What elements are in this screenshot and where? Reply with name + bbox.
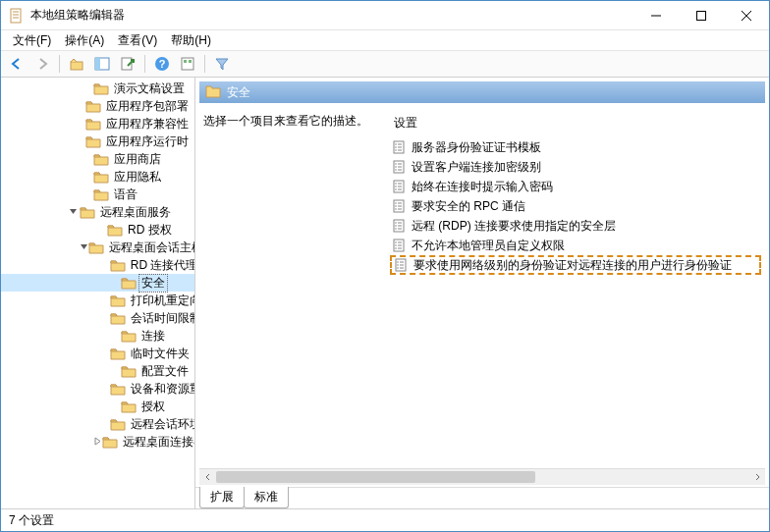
minimize-button[interactable] — [633, 1, 679, 29]
menubar: 文件(F) 操作(A) 查看(V) 帮助(H) — [1, 30, 769, 50]
tree-item-label: RD 连接代理 — [129, 257, 195, 274]
svg-rect-16 — [189, 60, 192, 63]
svg-point-36 — [395, 188, 397, 190]
policy-icon — [394, 257, 410, 273]
tree-item-label: 会话时间限制 — [129, 310, 195, 327]
svg-point-29 — [395, 169, 397, 171]
svg-rect-14 — [182, 58, 193, 70]
svg-point-27 — [395, 166, 397, 168]
tree-item-label: 应用隐私 — [112, 169, 163, 186]
policy-setting[interactable]: 始终在连接时提示输入密码 — [390, 177, 761, 196]
help-button[interactable]: ? — [150, 53, 174, 75]
scroll-track[interactable] — [216, 469, 748, 485]
tree-item[interactable]: 应用程序兼容性 — [1, 115, 194, 133]
tree-item[interactable]: 语音 — [1, 186, 194, 203]
scroll-thumb[interactable] — [216, 471, 535, 483]
horizontal-scrollbar[interactable] — [199, 468, 765, 485]
tree-item-label: 配置文件 — [139, 363, 191, 380]
menu-help[interactable]: 帮助(H) — [165, 30, 217, 51]
folder-icon — [88, 240, 104, 254]
tree-item-label: 安全 — [139, 275, 167, 292]
svg-rect-15 — [184, 60, 187, 63]
policy-setting[interactable]: 设置客户端连接加密级别 — [390, 157, 761, 177]
scroll-left-button[interactable] — [199, 469, 216, 485]
tree-item[interactable]: RD 连接代理 — [1, 256, 194, 274]
policy-setting[interactable]: 不允许本地管理员自定义权限 — [390, 236, 761, 255]
folder-icon — [93, 81, 109, 95]
policy-setting[interactable]: 要求安全的 RPC 通信 — [390, 196, 761, 216]
forward-button[interactable] — [30, 53, 54, 75]
folder-icon — [107, 223, 123, 237]
menu-view[interactable]: 查看(V) — [112, 30, 163, 51]
export-button[interactable] — [116, 53, 139, 75]
svg-point-53 — [395, 241, 397, 243]
back-button[interactable] — [5, 53, 28, 75]
tree-item[interactable]: 授权 — [1, 398, 194, 415]
folder-icon — [110, 382, 126, 396]
svg-point-25 — [395, 163, 397, 165]
chevron-right-icon[interactable] — [93, 437, 102, 448]
tree-item[interactable]: 会话时间限制 — [1, 309, 194, 327]
tree-item-label: 应用程序运行时 — [104, 133, 191, 150]
svg-point-55 — [395, 244, 397, 246]
svg-point-20 — [395, 146, 397, 148]
details-header: 安全 — [199, 81, 765, 103]
tree-item[interactable]: 远程桌面服务 — [1, 203, 194, 221]
folder-icon — [110, 258, 126, 272]
tree-item[interactable]: 远程会话环境 — [1, 415, 194, 433]
chevron-down-icon[interactable] — [66, 207, 80, 218]
column-header-settings[interactable]: 设置 — [390, 113, 761, 133]
toolbar: ? — [1, 50, 769, 78]
menu-action[interactable]: 操作(A) — [59, 30, 110, 51]
policy-icon — [392, 238, 408, 253]
tree-item-label: 应用程序包部署 — [104, 98, 191, 115]
tree-pane[interactable]: 演示文稿设置 应用程序包部署 应用程序兼容性 应用程序运行时 应用商店 应用隐私… — [1, 78, 195, 508]
toolbar-separator — [144, 55, 145, 73]
tree-item[interactable]: 设备和资源重定向 — [1, 380, 194, 398]
folder-icon — [85, 117, 101, 131]
tab-extended[interactable]: 扩展 — [199, 487, 245, 508]
svg-point-22 — [395, 149, 397, 151]
details-pane: 安全 选择一个项目来查看它的描述。 设置 服务器身份验证证书模板设置客户端连接加… — [195, 78, 769, 508]
tree-item[interactable]: 临时文件夹 — [1, 345, 194, 362]
policy-setting[interactable]: 服务器身份验证证书模板 — [390, 137, 761, 157]
content-area: 演示文稿设置 应用程序包部署 应用程序兼容性 应用程序运行时 应用商店 应用隐私… — [1, 78, 769, 509]
folder-icon — [110, 293, 126, 307]
tree-item[interactable]: 演示文稿设置 — [1, 80, 194, 97]
tree-item[interactable]: 打印机重定向 — [1, 292, 194, 309]
svg-point-64 — [397, 267, 399, 269]
tree-item[interactable]: 配置文件 — [1, 362, 194, 380]
filter-button[interactable] — [210, 53, 234, 75]
folder-icon — [80, 205, 95, 219]
show-hide-tree-button[interactable] — [90, 53, 114, 75]
close-button[interactable] — [724, 1, 769, 29]
description-text: 选择一个项目来查看它的描述。 — [203, 113, 390, 460]
window-title: 本地组策略编辑器 — [30, 7, 633, 24]
policy-icon — [392, 218, 408, 234]
svg-rect-5 — [697, 11, 706, 20]
menu-file[interactable]: 文件(F) — [7, 30, 57, 51]
tree-item[interactable]: 连接 — [1, 327, 194, 345]
tree-item-label: RD 授权 — [126, 222, 174, 239]
tree-item[interactable]: 远程桌面会话主机 — [1, 239, 194, 256]
policy-setting[interactable]: 要求使用网络级别的身份验证对远程连接的用户进行身份验证 — [390, 255, 761, 275]
tree-item[interactable]: 应用程序包部署 — [1, 97, 194, 115]
tab-standard[interactable]: 标准 — [244, 487, 289, 508]
tree-item[interactable]: 应用商店 — [1, 150, 194, 168]
svg-rect-0 — [11, 9, 21, 23]
maximize-button[interactable] — [679, 1, 724, 29]
tree-item[interactable]: RD 授权 — [1, 221, 194, 239]
tree-item[interactable]: 远程桌面连接客户端 — [1, 433, 194, 451]
chevron-down-icon[interactable] — [80, 242, 88, 253]
folder-icon — [85, 134, 101, 148]
scroll-right-button[interactable] — [748, 469, 765, 485]
properties-button[interactable] — [176, 53, 199, 75]
svg-point-34 — [395, 186, 397, 187]
tree-item[interactable]: 应用程序运行时 — [1, 133, 194, 150]
tree-item[interactable]: 应用隐私 — [1, 168, 194, 186]
up-button[interactable] — [65, 53, 88, 75]
policy-setting[interactable]: 远程 (RDP) 连接要求使用指定的安全层 — [390, 216, 761, 236]
folder-icon — [102, 435, 118, 449]
toolbar-separator — [204, 55, 205, 73]
tree-item[interactable]: 安全 — [1, 274, 194, 292]
